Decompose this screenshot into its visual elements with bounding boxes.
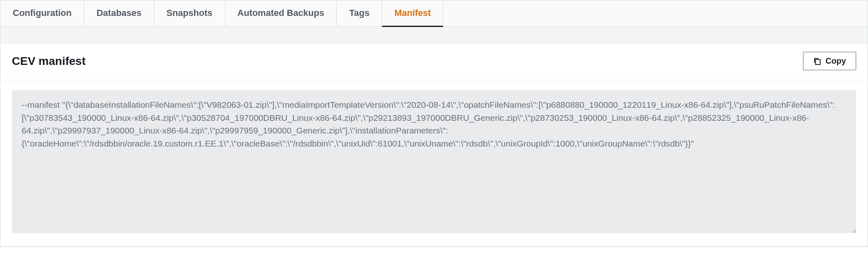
panel-title: CEV manifest xyxy=(12,55,86,68)
panel-body xyxy=(0,80,868,246)
svg-rect-0 xyxy=(816,59,820,64)
tab-configuration[interactable]: Configuration xyxy=(0,0,84,27)
panel-header: CEV manifest Copy xyxy=(0,44,868,80)
content-area: CEV manifest Copy xyxy=(0,27,868,247)
copy-icon xyxy=(813,57,821,65)
copy-button-label: Copy xyxy=(825,56,846,66)
main-container: Configuration Databases Snapshots Automa… xyxy=(0,0,868,247)
tab-databases[interactable]: Databases xyxy=(84,0,154,27)
tab-snapshots[interactable]: Snapshots xyxy=(154,0,225,27)
copy-button[interactable]: Copy xyxy=(803,52,856,70)
tab-tags[interactable]: Tags xyxy=(337,0,382,27)
manifest-panel: CEV manifest Copy xyxy=(0,43,868,247)
tab-bar: Configuration Databases Snapshots Automa… xyxy=(0,0,868,27)
tab-manifest[interactable]: Manifest xyxy=(382,0,443,27)
manifest-textarea[interactable] xyxy=(12,90,856,233)
tab-automated-backups[interactable]: Automated Backups xyxy=(225,0,337,27)
